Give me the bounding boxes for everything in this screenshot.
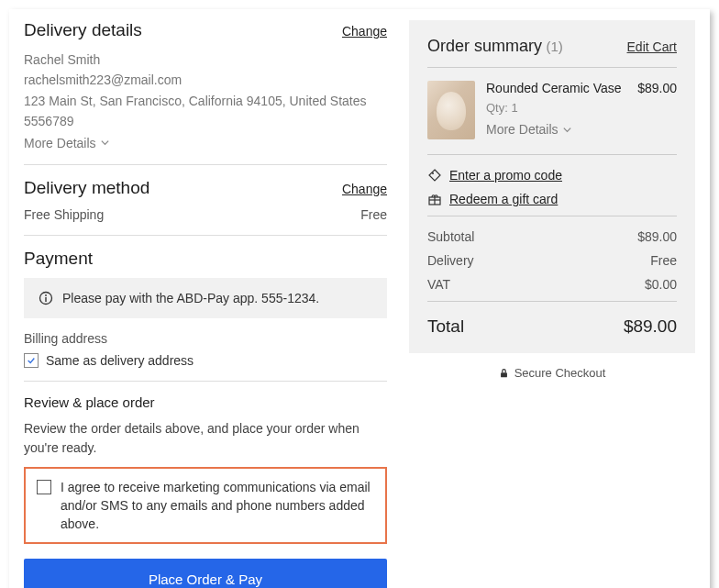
- total-label: Total: [427, 316, 464, 337]
- marketing-consent-highlight: I agree to receive marketing communicati…: [24, 467, 387, 545]
- svg-rect-2: [45, 297, 46, 302]
- gift-card-link[interactable]: Redeem a gift card: [449, 192, 558, 206]
- item-more-details[interactable]: More Details: [486, 122, 572, 137]
- payment-section: Payment Please pay with the ABD-Pay app.…: [24, 249, 387, 382]
- svg-rect-7: [501, 372, 507, 377]
- item-name: Rounded Ceramic Vase: [486, 81, 626, 95]
- item-qty: Qty: 1: [486, 101, 626, 115]
- delivery-method-section: Delivery method Change Free Shipping Fre…: [24, 178, 387, 236]
- customer-address: 123 Main St, San Francisco, California 9…: [24, 91, 387, 111]
- same-as-delivery-label: Same as delivery address: [46, 353, 194, 368]
- total-value: $89.00: [624, 316, 677, 337]
- delivery-label: Delivery: [427, 253, 474, 268]
- chevron-down-icon: [100, 138, 110, 148]
- vat-value: $0.00: [645, 277, 677, 292]
- payment-heading: Payment: [24, 249, 93, 269]
- item-price: $89.00: [637, 81, 677, 139]
- order-summary: Order summary (1) Edit Cart Rounded Cera…: [409, 20, 695, 353]
- tag-icon: [427, 168, 442, 183]
- check-icon: [27, 356, 36, 365]
- vat-label: VAT: [427, 277, 450, 292]
- summary-count: (1): [546, 39, 562, 54]
- payment-info-box: Please pay with the ABD-Pay app. 555-123…: [24, 278, 387, 318]
- chevron-down-icon: [562, 125, 572, 135]
- shipping-price: Free: [360, 207, 387, 222]
- summary-heading: Order summary: [427, 37, 542, 55]
- delivery-method-heading: Delivery method: [24, 178, 149, 198]
- customer-phone: 5556789: [24, 111, 387, 131]
- marketing-consent-label: I agree to receive marketing communicati…: [61, 478, 374, 534]
- gift-icon: [427, 192, 442, 206]
- lock-icon: [499, 368, 509, 379]
- review-text: Review the order details above, and plac…: [24, 419, 387, 458]
- cart-item: Rounded Ceramic Vase Qty: 1 More Details…: [427, 81, 677, 155]
- delivery-details-heading: Delivery details: [24, 20, 142, 40]
- marketing-consent-checkbox[interactable]: [37, 480, 51, 494]
- secure-checkout: Secure Checkout: [409, 366, 695, 380]
- promo-code-link[interactable]: Enter a promo code: [449, 168, 562, 183]
- info-icon: [39, 291, 53, 305]
- subtotal-label: Subtotal: [427, 229, 474, 244]
- customer-name: Rachel Smith: [24, 50, 387, 70]
- place-order-button[interactable]: Place Order & Pay: [24, 559, 387, 588]
- delivery-more-details[interactable]: More Details: [24, 136, 110, 150]
- change-method-link[interactable]: Change: [342, 182, 387, 196]
- delivery-value: Free: [650, 253, 677, 268]
- subtotal-value: $89.00: [637, 229, 677, 244]
- same-as-delivery-checkbox[interactable]: [24, 353, 39, 368]
- change-delivery-link[interactable]: Change: [342, 24, 387, 39]
- item-image: [427, 81, 475, 139]
- shipping-name: Free Shipping: [24, 207, 104, 222]
- review-section: Review & place order Review the order de…: [24, 394, 387, 588]
- edit-cart-link[interactable]: Edit Cart: [627, 39, 677, 54]
- delivery-details-section: Delivery details Change Rachel Smith rac…: [24, 20, 387, 165]
- customer-email: rachelsmith223@zmail.com: [24, 70, 387, 90]
- billing-address-label: Billing address: [24, 331, 387, 346]
- svg-point-3: [432, 172, 434, 174]
- svg-point-1: [45, 294, 47, 296]
- payment-message: Please pay with the ABD-Pay app. 555-123…: [62, 291, 319, 305]
- review-heading: Review & place order: [24, 394, 387, 410]
